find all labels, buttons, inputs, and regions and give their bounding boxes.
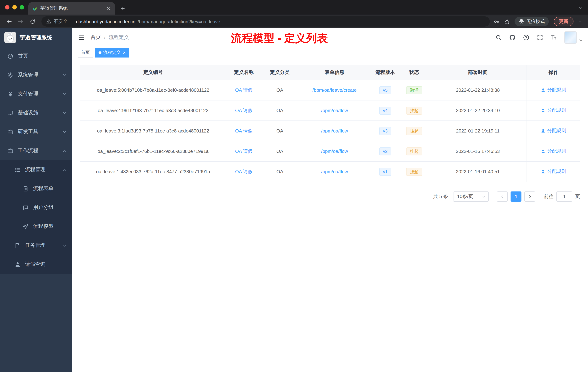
zoom-window-button[interactable] <box>20 5 24 10</box>
paper-plane-icon <box>22 223 29 230</box>
tag-process-definition[interactable]: 流程定义 × <box>95 48 129 57</box>
new-tab-button[interactable] <box>117 3 128 14</box>
column-header-status: 状态 <box>399 65 429 80</box>
page-number-button[interactable]: 1 <box>511 191 521 202</box>
definition-id: oa_leave:5:004b710b-7b8a-11ec-8ef0-acde4… <box>80 80 226 100</box>
sidebar-fold-icon[interactable] <box>78 34 85 41</box>
user-avatar[interactable] <box>564 31 577 44</box>
form-link[interactable]: /bpm/oa/flow <box>321 128 348 134</box>
breadcrumb-separator: / <box>104 34 105 40</box>
plus-icon <box>120 6 125 11</box>
version-badge: v4 <box>379 107 391 114</box>
assign-rule-link[interactable]: 分配规则 <box>541 168 566 175</box>
key-icon[interactable] <box>494 18 500 25</box>
user-icon <box>541 108 546 113</box>
address-bar[interactable]: 不安全 dashboard.yudao.iocoder.cn/bpm/manag… <box>42 16 490 27</box>
chevron-right-icon <box>528 195 532 198</box>
assign-rule-link[interactable]: 分配规则 <box>541 87 566 93</box>
sidebar-item-leave-query[interactable]: 请假查询 <box>0 255 72 274</box>
user-icon <box>541 88 546 92</box>
column-header-version: 流程版本 <box>371 65 399 80</box>
sidebar-item-infrastructure[interactable]: 基础设施 <box>0 103 72 122</box>
assign-rule-link[interactable]: 分配规则 <box>541 107 566 114</box>
caret-down-icon[interactable] <box>579 39 583 42</box>
user-icon <box>15 261 21 267</box>
page-buttons: 1 <box>497 191 535 202</box>
browser-tab[interactable]: 芋道管理系统 <box>28 2 115 15</box>
definition-name-link[interactable]: OA 请假 <box>235 108 252 113</box>
forward-button[interactable] <box>15 16 26 27</box>
fullscreen-icon[interactable] <box>537 34 543 41</box>
deploy-time: 2022-01-16 17:46:53 <box>429 141 526 162</box>
next-page-button[interactable] <box>524 191 535 202</box>
page-goto-input[interactable] <box>556 191 572 202</box>
assign-rule-link[interactable]: 分配规则 <box>541 148 566 154</box>
breadcrumb-home[interactable]: 首页 <box>91 34 101 41</box>
content-area: 定义编号 定义名称 定义分类 表单信息 流程版本 状态 部署时间 操作 oa_l <box>72 59 588 372</box>
column-header-category: 定义分类 <box>262 65 298 80</box>
form-link[interactable]: /bpm/oa/flow <box>321 169 348 174</box>
user-icon <box>541 129 546 133</box>
pagination-total: 共 5 条 <box>433 193 448 200</box>
sidebar-logo[interactable]: 芋道管理系统 <box>0 28 72 47</box>
tags-view: 首页 流程定义 × <box>72 47 588 59</box>
star-icon[interactable] <box>504 18 510 25</box>
definition-name-link[interactable]: OA 请假 <box>235 128 252 133</box>
definition-name-link[interactable]: OA 请假 <box>235 169 252 174</box>
breadcrumb: 首页 / 流程定义 <box>91 34 129 41</box>
browser-window: 芋道管理系统 不安全 dashboard.yudao.iocoder.cn/bp… <box>0 0 588 372</box>
header-actions <box>495 31 583 44</box>
form-link[interactable]: /bpm/oa/leave/create <box>313 87 357 93</box>
browser-menu-button[interactable] <box>576 17 584 26</box>
form-link[interactable]: /bpm/oa/flow <box>321 149 348 154</box>
user-icon <box>541 149 546 153</box>
back-button[interactable] <box>4 16 15 27</box>
close-window-button[interactable] <box>5 5 10 10</box>
sidebar-item-process-form[interactable]: 流程表单 <box>0 179 72 198</box>
flag-icon <box>15 242 21 248</box>
reload-button[interactable] <box>27 16 38 27</box>
page-size-select[interactable]: 10条/页 <box>453 191 489 202</box>
sidebar-item-user-group[interactable]: 用户分组 <box>0 198 72 217</box>
tab-strip-caret-icon[interactable] <box>578 6 582 10</box>
page-goto: 前往 页 <box>544 191 580 202</box>
sidebar-item-task-management[interactable]: 任务管理 <box>0 236 72 255</box>
github-icon[interactable] <box>509 34 516 41</box>
definition-category: OA <box>262 100 298 121</box>
sidebar-item-dev-tools[interactable]: 研发工具 <box>0 122 72 141</box>
sidebar-item-home[interactable]: 首页 <box>0 47 72 66</box>
tag-home[interactable]: 首页 <box>78 48 93 57</box>
definition-category: OA <box>262 80 298 100</box>
definition-id: oa_leave:4:991f2193-7b7f-11ec-a3c8-acde4… <box>80 100 226 121</box>
chevron-down-icon <box>482 195 485 198</box>
tab-close-icon[interactable] <box>105 5 111 11</box>
sidebar-item-workflow[interactable]: 工作流程 <box>0 141 72 160</box>
font-size-icon[interactable] <box>551 34 557 41</box>
question-icon[interactable] <box>523 34 529 41</box>
update-button[interactable]: 更新 <box>554 17 573 26</box>
main-area: 首页 / 流程定义 流程模型 - 定义列表 首页 <box>72 28 588 372</box>
annotation-overlay: 流程模型 - 定义列表 <box>231 31 328 46</box>
assign-rule-link[interactable]: 分配规则 <box>541 128 566 134</box>
sidebar-item-process-management[interactable]: 流程管理 <box>0 160 72 179</box>
chevron-up-icon <box>63 149 67 153</box>
sidebar-item-system[interactable]: 系统管理 <box>0 66 72 85</box>
prev-page-button[interactable] <box>497 191 508 202</box>
sidebar-item-payment[interactable]: 支付管理 <box>0 85 72 103</box>
deploy-time: 2022-01-22 19:19:11 <box>429 121 526 141</box>
definition-name-link[interactable]: OA 请假 <box>235 148 252 154</box>
table-row: oa_leave:3:1fad3d93-7b75-11ec-a3c8-acde4… <box>80 121 580 141</box>
form-link[interactable]: /bpm/oa/flow <box>321 108 348 113</box>
status-badge: 挂起 <box>406 147 422 155</box>
minimize-window-button[interactable] <box>12 5 17 10</box>
search-icon[interactable] <box>495 34 502 41</box>
pagination: 共 5 条 10条/页 1 前往 页 <box>80 191 580 202</box>
breadcrumb-current: 流程定义 <box>109 34 129 41</box>
list-icon <box>15 166 21 173</box>
sidebar-item-process-model[interactable]: 流程模型 <box>0 217 72 236</box>
tag-close-icon[interactable]: × <box>123 50 126 55</box>
definition-name-link[interactable]: OA 请假 <box>235 87 252 93</box>
incognito-badge: 无痕模式 <box>514 17 549 26</box>
forward-icon <box>17 18 24 25</box>
status-badge: 激活 <box>406 86 422 94</box>
